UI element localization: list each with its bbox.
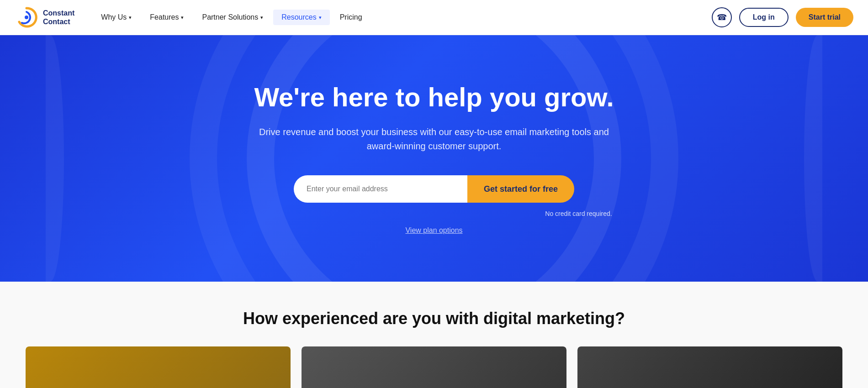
nav-item-partner-solutions[interactable]: Partner Solutions ▾ xyxy=(194,10,271,25)
nav-item-features[interactable]: Features ▾ xyxy=(142,10,192,25)
start-trial-button[interactable]: Start trial xyxy=(796,8,853,27)
view-plans-link[interactable]: View plan options xyxy=(254,226,614,235)
login-button[interactable]: Log in xyxy=(739,8,789,27)
logo[interactable]: Constant Contact xyxy=(15,5,74,29)
get-started-button[interactable]: Get started for free xyxy=(467,175,574,203)
below-hero-section: How experienced are you with digital mar… xyxy=(0,282,868,388)
navbar: Constant Contact Why Us ▾ Features ▾ Par… xyxy=(0,0,868,35)
chevron-down-icon: ▾ xyxy=(181,15,184,21)
brand-name: Constant Contact xyxy=(43,9,74,26)
nav-links: Why Us ▾ Features ▾ Partner Solutions ▾ … xyxy=(93,10,711,25)
hero-deco-right xyxy=(804,35,831,282)
hero-section: We're here to help you grow. Drive reven… xyxy=(0,35,868,282)
nav-item-pricing[interactable]: Pricing xyxy=(332,10,370,25)
chevron-down-icon: ▾ xyxy=(319,15,322,21)
hero-form: Get started for free xyxy=(254,175,614,203)
logo-icon xyxy=(15,5,38,29)
hero-subtitle: Drive revenue and boost your business wi… xyxy=(256,125,612,153)
experience-card-1[interactable] xyxy=(26,346,291,388)
email-input[interactable] xyxy=(294,175,467,203)
nav-item-why-us[interactable]: Why Us ▾ xyxy=(93,10,140,25)
hero-title: We're here to help you grow. xyxy=(254,82,614,113)
chevron-down-icon: ▾ xyxy=(260,15,263,21)
phone-icon: ☎ xyxy=(717,12,727,22)
nav-right: ☎ Log in Start trial xyxy=(712,7,853,27)
below-title: How experienced are you with digital mar… xyxy=(18,309,850,328)
svg-point-1 xyxy=(25,16,28,19)
hero-deco-left xyxy=(37,35,64,282)
hero-content: We're here to help you grow. Drive reven… xyxy=(254,82,614,235)
experience-card-2[interactable] xyxy=(302,346,566,388)
phone-button[interactable]: ☎ xyxy=(712,7,732,27)
cards-row xyxy=(18,346,850,388)
no-credit-card-note: No credit card required. xyxy=(254,210,614,217)
nav-item-resources[interactable]: Resources ▾ xyxy=(273,10,329,25)
experience-card-3[interactable] xyxy=(577,346,842,388)
chevron-down-icon: ▾ xyxy=(129,15,132,21)
